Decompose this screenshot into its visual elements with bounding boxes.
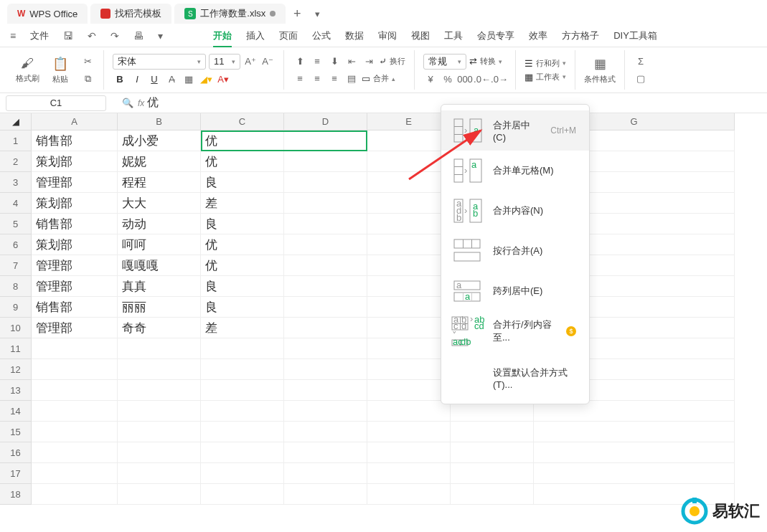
strike-icon[interactable]: A̶ (164, 72, 179, 87)
cell[interactable] (284, 151, 367, 172)
row-header[interactable]: 12 (0, 359, 32, 380)
cell[interactable] (284, 484, 367, 505)
cell[interactable] (284, 442, 367, 463)
indent-inc-icon[interactable]: ⇥ (362, 54, 376, 69)
merge-button[interactable]: ▭合并▴ (362, 73, 395, 84)
border-icon[interactable]: ▦ (182, 72, 196, 87)
merge-content-item[interactable]: adb›ab 合并内容(N) (441, 191, 589, 231)
menu-start[interactable]: 开始 (213, 29, 232, 42)
row-header[interactable]: 6 (0, 234, 32, 255)
cell[interactable] (32, 338, 118, 359)
wrap-button[interactable]: ⤶换行 (379, 56, 405, 67)
font-size-select[interactable]: 11▾ (209, 54, 240, 70)
menu-page[interactable]: 页面 (279, 29, 298, 42)
new-tab-button[interactable]: + (288, 5, 306, 22)
cell[interactable] (367, 297, 451, 318)
row-header[interactable]: 14 (0, 401, 32, 422)
cell[interactable]: 管理部 (32, 172, 118, 193)
row-header[interactable]: 10 (0, 318, 32, 338)
cell[interactable] (201, 463, 284, 484)
merge-center-item[interactable]: ›a 合并居中(C) Ctrl+M (441, 110, 589, 151)
cell[interactable] (367, 422, 451, 442)
cell[interactable]: 策划部 (32, 193, 118, 214)
cell[interactable] (32, 359, 118, 380)
row-header[interactable]: 3 (0, 172, 32, 193)
cell[interactable] (118, 463, 201, 484)
cell[interactable] (284, 130, 367, 151)
cell[interactable]: 奇奇 (118, 318, 201, 338)
cell[interactable] (451, 484, 534, 505)
cell[interactable]: 良 (201, 172, 284, 193)
row-header[interactable]: 13 (0, 380, 32, 401)
cell[interactable]: 丽丽 (118, 297, 201, 318)
col-header[interactable]: E (367, 113, 451, 130)
cell[interactable] (367, 151, 451, 172)
cell[interactable]: 成小爱 (118, 130, 201, 151)
rowcol-button[interactable]: ☰行和列▾ (524, 58, 566, 69)
align-top-icon[interactable]: ⬆ (293, 54, 307, 69)
formula-value[interactable]: 优 (147, 95, 159, 110)
across-center-item[interactable]: aa 跨列居中(E) (441, 271, 589, 311)
cell[interactable] (201, 401, 284, 422)
conditional-format-button[interactable]: ▦条件格式 (584, 56, 616, 85)
col-header[interactable]: C (201, 113, 284, 130)
cell[interactable] (284, 234, 367, 255)
cell[interactable] (451, 422, 534, 442)
font-name-select[interactable]: 宋体▾ (113, 54, 206, 70)
cell[interactable] (367, 214, 451, 234)
dec-inc-icon[interactable]: .0← (475, 72, 489, 87)
cell[interactable] (367, 338, 451, 359)
cell[interactable] (284, 318, 367, 338)
merge-to-item[interactable]: abcd›abcd˅acdb 合并行/列内容至... $ (441, 311, 589, 351)
fill-color-icon[interactable]: ◢▾ (199, 72, 213, 87)
save-icon[interactable]: 🖫 (63, 30, 73, 42)
cell[interactable] (201, 442, 284, 463)
more-icon[interactable]: ▾ (158, 30, 163, 42)
row-header[interactable]: 1 (0, 130, 32, 151)
cell[interactable] (451, 463, 534, 484)
cell[interactable]: 妮妮 (118, 151, 201, 172)
menu-data[interactable]: 数据 (345, 29, 364, 42)
cell[interactable] (534, 463, 735, 484)
row-header[interactable]: 9 (0, 297, 32, 318)
cell[interactable] (367, 172, 451, 193)
cell[interactable] (367, 318, 451, 338)
cell[interactable] (118, 401, 201, 422)
percent-icon[interactable]: % (441, 72, 455, 87)
cell[interactable] (367, 380, 451, 401)
cell[interactable]: 优 (201, 130, 284, 151)
cell[interactable] (284, 172, 367, 193)
currency-icon[interactable]: ¥ (423, 72, 438, 87)
sum-icon[interactable]: Σ (634, 54, 648, 69)
font-color-icon[interactable]: A▾ (216, 72, 230, 87)
cell[interactable]: 管理部 (32, 276, 118, 297)
tab-template[interactable]: 找稻壳模板 (90, 4, 171, 24)
cell[interactable]: 差 (201, 193, 284, 214)
copy-icon[interactable]: ⧉ (80, 72, 95, 86)
cell[interactable] (534, 442, 735, 463)
fx-icon[interactable]: fx (138, 98, 144, 108)
cell[interactable] (118, 422, 201, 442)
cell[interactable] (367, 255, 451, 276)
italic-icon[interactable]: I (130, 72, 144, 87)
cell[interactable] (32, 484, 118, 505)
cell[interactable]: 大大 (118, 193, 201, 214)
cell[interactable]: 管理部 (32, 255, 118, 276)
cell[interactable] (367, 401, 451, 422)
cell[interactable] (284, 255, 367, 276)
row-header[interactable]: 17 (0, 463, 32, 484)
cell[interactable] (118, 359, 201, 380)
cell[interactable]: 管理部 (32, 318, 118, 338)
format-brush-button[interactable]: 🖌格式刷 (14, 56, 40, 84)
cell[interactable] (284, 380, 367, 401)
col-header[interactable]: A (32, 113, 118, 130)
cell[interactable] (284, 193, 367, 214)
cell[interactable] (367, 359, 451, 380)
cell[interactable] (367, 276, 451, 297)
cell[interactable] (201, 380, 284, 401)
merge-by-row-item[interactable]: 按行合并(A) (441, 231, 589, 271)
worksheet-button[interactable]: ▦工作表▾ (524, 72, 566, 82)
align-middle-icon[interactable]: ≡ (310, 54, 324, 69)
cell[interactable] (32, 442, 118, 463)
menu-review[interactable]: 审阅 (378, 29, 397, 42)
